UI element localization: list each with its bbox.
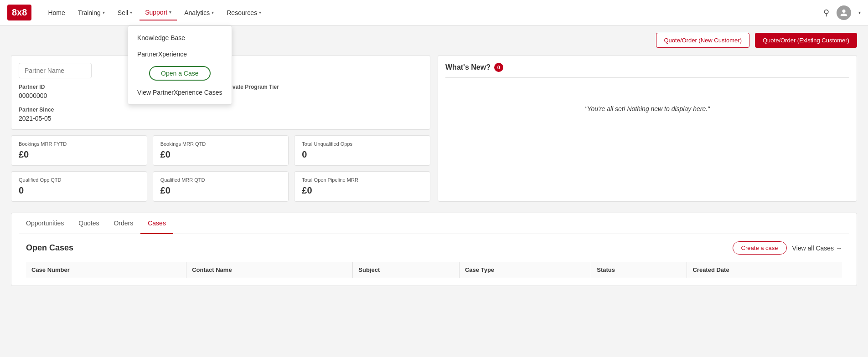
create-case-button[interactable]: Create a case <box>733 241 787 255</box>
chevron-down-icon: ▾ <box>130 10 132 15</box>
dropdown-partnerxperience[interactable]: PartnerXperience <box>128 46 232 62</box>
open-cases-actions: Create a case View all Cases → <box>733 241 842 255</box>
whats-new-divider <box>445 77 849 78</box>
view-all-cases-link[interactable]: View all Cases → <box>792 245 842 252</box>
dropdown-knowledge-base[interactable]: Knowledge Base <box>128 30 232 46</box>
tab-orders[interactable]: Orders <box>106 213 140 234</box>
partner-since-value: 2021-05-05 <box>19 115 217 122</box>
search-icon[interactable]: ⚲ <box>823 8 829 18</box>
tab-quotes[interactable]: Quotes <box>71 213 106 234</box>
cases-table-header-row: Case Number Contact Name Subject Case Ty… <box>26 262 842 278</box>
elevate-field: Elevate Program Tier <box>224 84 423 99</box>
whats-new-panel: What's New? 0 "You're all set! Nothing n… <box>438 55 857 202</box>
support-dropdown: Knowledge Base PartnerXperience Open a C… <box>128 26 232 105</box>
partner-name-input[interactable] <box>19 63 92 78</box>
dropdown-view-cases[interactable]: View PartnerXperience Cases <box>128 84 232 101</box>
existing-customer-button[interactable]: Quote/Order (Existing Customer) <box>755 33 857 48</box>
chevron-down-icon: ▾ <box>259 10 261 15</box>
tab-cases[interactable]: Cases <box>140 213 173 234</box>
cases-table-head: Case Number Contact Name Subject Case Ty… <box>26 262 842 278</box>
metric-bookings-mrr-fytd: Bookings MRR FYTD £0 <box>11 135 147 166</box>
tabs-section: Opportunities Quotes Orders Cases Open C… <box>11 213 857 286</box>
top-navigation: 8x8 Home Training ▾ Sell ▾ Support ▾ Ana… <box>0 0 868 26</box>
partner-since-label: Partner Since <box>19 107 217 113</box>
nav-right: ⚲ ▾ <box>823 5 861 20</box>
new-customer-button[interactable]: Quote/Order (New Customer) <box>656 33 749 48</box>
tabs-row: Opportunities Quotes Orders Cases <box>19 213 849 234</box>
open-case-button[interactable]: Open a Case <box>149 66 211 81</box>
metric-bookings-mrr-qtd: Bookings MRR QTD £0 <box>153 135 289 166</box>
whats-new-title: What's New? 0 <box>445 63 849 72</box>
open-cases-title: Open Cases <box>26 243 73 253</box>
col-case-type: Case Type <box>459 262 591 278</box>
col-subject: Subject <box>353 262 460 278</box>
open-cases-header: Open Cases Create a case View all Cases … <box>26 241 842 255</box>
elevate-label: Elevate Program Tier <box>224 84 423 90</box>
metric-total-open-pipeline: Total Open Pipeline MRR £0 <box>294 171 430 202</box>
metric-qualified-mrr-qtd: Qualified MRR QTD £0 <box>153 171 289 202</box>
logo: 8x8 <box>7 5 31 20</box>
cases-table: Case Number Contact Name Subject Case Ty… <box>26 262 842 278</box>
metrics-row-1: Bookings MRR FYTD £0 Bookings MRR QTD £0… <box>11 135 430 166</box>
nav-home[interactable]: Home <box>42 5 70 20</box>
col-status: Status <box>591 262 687 278</box>
chevron-down-icon: ▾ <box>169 10 171 15</box>
chevron-down-icon: ▾ <box>212 10 214 15</box>
nav-resources[interactable]: Resources ▾ <box>221 5 267 20</box>
whats-new-badge: 0 <box>494 63 503 72</box>
col-created-date: Created Date <box>687 262 842 278</box>
partner-since-field: Partner Since 2021-05-05 <box>19 107 217 122</box>
nav-items: Home Training ▾ Sell ▾ Support ▾ Analyti… <box>42 5 823 20</box>
chevron-down-icon: ▾ <box>103 10 105 15</box>
col-case-number: Case Number <box>26 262 186 278</box>
open-cases-section: Open Cases Create a case View all Cases … <box>19 234 849 286</box>
nav-analytics[interactable]: Analytics ▾ <box>179 5 219 20</box>
nav-arrow-icon: ▾ <box>858 10 861 15</box>
nav-training[interactable]: Training ▾ <box>72 5 110 20</box>
metric-qualified-opp-qtd: Qualified Opp QTD 0 <box>11 171 147 202</box>
dropdown-open-case[interactable]: Open a Case <box>128 62 232 84</box>
nav-sell[interactable]: Sell ▾ <box>112 5 138 20</box>
metrics-row-2: Qualified Opp QTD 0 Qualified MRR QTD £0… <box>11 171 430 202</box>
col-contact-name: Contact Name <box>186 262 353 278</box>
metric-total-unqualified-opps: Total Unqualified Opps 0 <box>294 135 430 166</box>
tab-opportunities[interactable]: Opportunities <box>19 213 71 234</box>
avatar[interactable] <box>837 5 851 20</box>
whats-new-empty-message: "You're all set! Nothing new to display … <box>445 105 849 112</box>
nav-support[interactable]: Support ▾ <box>140 5 177 20</box>
